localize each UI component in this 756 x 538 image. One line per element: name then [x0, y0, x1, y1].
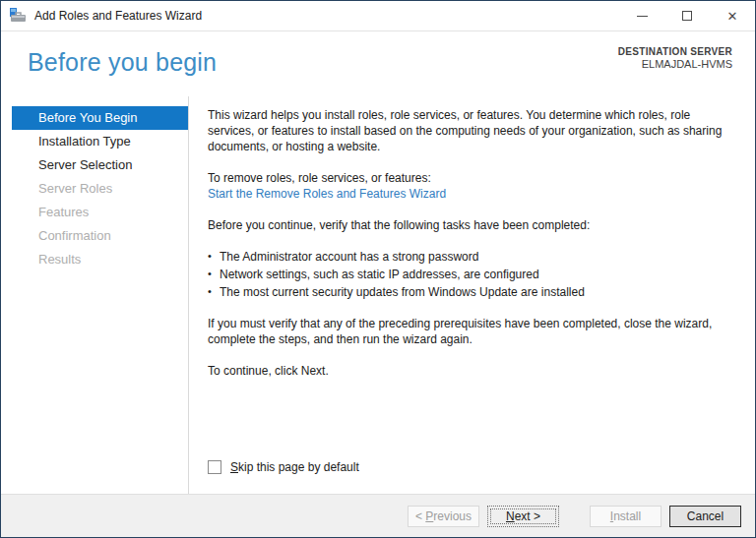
skip-page-label[interactable]: Skip this page by default [230, 459, 359, 475]
titlebar: Add Roles and Features Wizard ✕ [1, 1, 755, 31]
prerequisite-list: The Administrator account has a strong p… [208, 249, 737, 300]
page-title: Before you begin [28, 48, 217, 77]
sidebar-item-server-selection[interactable]: Server Selection [12, 153, 188, 177]
install-button[interactable]: Install [590, 506, 662, 527]
cancel-button[interactable]: Cancel [669, 506, 741, 527]
skip-page-checkbox[interactable] [208, 460, 221, 474]
remove-heading: To remove roles, role services, or featu… [208, 170, 737, 186]
wizard-content: This wizard helps you install roles, rol… [189, 96, 755, 494]
server-manager-icon [10, 8, 27, 24]
intro-paragraph: This wizard helps you install roles, rol… [208, 107, 737, 154]
wizard-body: Before You Begin Installation Type Serve… [1, 96, 755, 494]
minimize-button[interactable] [619, 1, 664, 30]
list-item: The Administrator account has a strong p… [208, 249, 737, 265]
remove-roles-link[interactable]: Start the Remove Roles and Features Wiza… [208, 186, 446, 202]
wizard-footer: < Previous Next > Install Cancel [1, 494, 755, 537]
destination-server-block: DESTINATION SERVER ELMAJDAL-HVMS [618, 45, 732, 71]
window-controls: ✕ [619, 1, 755, 30]
window-title: Add Roles and Features Wizard [34, 9, 202, 23]
close-button[interactable]: ✕ [710, 1, 755, 30]
sidebar-item-confirmation: Confirmation [12, 224, 188, 248]
list-item: The most current security updates from W… [208, 284, 737, 300]
list-item: Network settings, such as static IP addr… [208, 267, 737, 282]
close-icon: ✕ [727, 10, 738, 23]
previous-button[interactable]: < Previous [408, 506, 479, 527]
wizard-header: Before you begin DESTINATION SERVER ELMA… [1, 32, 755, 96]
next-button[interactable]: Next > [487, 506, 559, 527]
maximize-icon [682, 11, 692, 21]
sidebar-item-features: Features [12, 201, 188, 224]
destination-server-label: DESTINATION SERVER [618, 45, 732, 58]
sidebar-item-installation-type[interactable]: Installation Type [12, 130, 188, 153]
wizard-steps-sidebar: Before You Begin Installation Type Serve… [1, 106, 188, 271]
destination-server-name: ELMAJDAL-HVMS [618, 58, 732, 71]
skip-page-row: Skip this page by default [208, 459, 359, 475]
maximize-button[interactable] [664, 1, 710, 30]
continue-text: To continue, click Next. [208, 363, 737, 379]
verify-heading: Before you continue, verify that the fol… [208, 217, 737, 233]
minimize-icon [637, 16, 648, 17]
wizard-window: Add Roles and Features Wizard ✕ Before y… [0, 0, 756, 538]
sidebar-item-before-you-begin[interactable]: Before You Begin [12, 106, 188, 130]
sidebar-item-server-roles: Server Roles [12, 177, 188, 201]
note-paragraph: If you must verify that any of the prece… [208, 316, 737, 347]
sidebar-item-results: Results [12, 248, 188, 271]
